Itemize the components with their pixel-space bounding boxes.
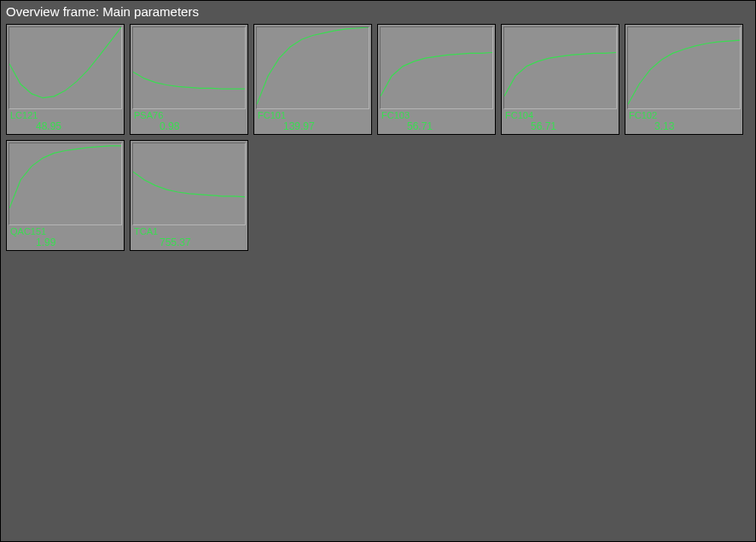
sparkline-path bbox=[257, 27, 369, 104]
param-tile-fc103[interactable]: FC103 56.71 bbox=[377, 24, 496, 135]
tile-label: FC102 bbox=[629, 110, 739, 120]
sparkline-path bbox=[133, 172, 245, 196]
param-tile-qac151[interactable]: QAC151 1.99 bbox=[6, 140, 125, 251]
param-tile-fc102[interactable]: FC102 3.13 bbox=[625, 24, 743, 135]
param-tile-psa76[interactable]: PSA76 0.98 bbox=[130, 24, 248, 135]
sparkline bbox=[503, 26, 617, 109]
sparkline bbox=[132, 143, 246, 225]
tile-value: 48.95 bbox=[10, 120, 120, 132]
tile-value: 3.13 bbox=[629, 120, 739, 132]
sparkline bbox=[9, 26, 122, 109]
sparkline bbox=[380, 26, 493, 109]
sparkline-path bbox=[504, 53, 616, 96]
sparkline-path bbox=[9, 146, 121, 208]
page-title: Overview frame: Main parameters bbox=[1, 1, 755, 22]
overview-frame: Overview frame: Main parameters LC121 48… bbox=[0, 0, 756, 542]
sparkline-path bbox=[133, 72, 245, 89]
tile-value: 56.71 bbox=[505, 120, 615, 132]
sparkline bbox=[627, 26, 741, 109]
tile-label: PSA76 bbox=[134, 110, 244, 120]
param-tile-fc101[interactable]: FC101 139.97 bbox=[253, 24, 372, 135]
tile-value: 1.99 bbox=[10, 236, 120, 248]
tile-label: FC104 bbox=[505, 110, 615, 120]
tile-value: 755.37 bbox=[134, 236, 244, 248]
tile-label: LC121 bbox=[10, 110, 120, 120]
tile-grid: LC121 48.95 PSA76 0.98 bbox=[1, 22, 755, 253]
tile-label: QAC151 bbox=[10, 226, 120, 236]
sparkline bbox=[9, 143, 122, 225]
sparkline bbox=[256, 26, 369, 109]
sparkline bbox=[132, 26, 246, 109]
tile-value: 56.71 bbox=[381, 120, 491, 132]
sparkline-path bbox=[381, 53, 492, 96]
tile-value: 0.98 bbox=[134, 120, 244, 132]
tile-label: FC103 bbox=[381, 110, 491, 120]
param-tile-lc121[interactable]: LC121 48.95 bbox=[6, 24, 125, 135]
param-tile-fc104[interactable]: FC104 56.71 bbox=[501, 24, 619, 135]
sparkline-path bbox=[628, 40, 740, 104]
tile-label: FC101 bbox=[258, 110, 368, 120]
sparkline-path bbox=[9, 27, 121, 98]
tile-label: TCA1 bbox=[134, 226, 244, 236]
tile-value: 139.97 bbox=[258, 120, 368, 132]
param-tile-tca1[interactable]: TCA1 755.37 bbox=[130, 140, 248, 251]
